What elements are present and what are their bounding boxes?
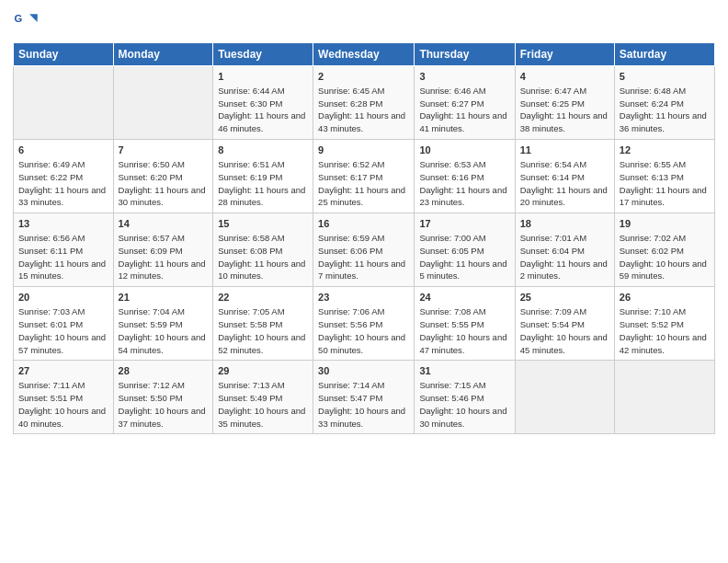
day-info: Sunrise: 6:49 AM Sunset: 6:22 PM Dayligh… <box>18 159 106 207</box>
day-number: 5 <box>620 70 710 84</box>
day-cell <box>14 66 114 140</box>
day-cell: 3Sunrise: 6:46 AM Sunset: 6:27 PM Daylig… <box>415 66 515 140</box>
day-cell: 17Sunrise: 7:00 AM Sunset: 6:05 PM Dayli… <box>415 213 515 287</box>
day-cell <box>515 361 614 434</box>
day-number: 29 <box>218 364 308 378</box>
day-number: 21 <box>119 291 209 304</box>
day-number: 8 <box>218 144 308 157</box>
day-info: Sunrise: 7:00 AM Sunset: 6:05 PM Dayligh… <box>419 233 506 281</box>
day-number: 28 <box>119 364 209 378</box>
day-info: Sunrise: 7:13 AM Sunset: 5:49 PM Dayligh… <box>218 380 305 428</box>
day-number: 1 <box>218 70 308 84</box>
week-row-5: 27Sunrise: 7:11 AM Sunset: 5:51 PM Dayli… <box>14 361 715 434</box>
day-number: 14 <box>119 217 209 231</box>
day-info: Sunrise: 7:12 AM Sunset: 5:50 PM Dayligh… <box>119 380 206 428</box>
day-number: 10 <box>419 144 509 157</box>
day-number: 22 <box>218 291 308 304</box>
day-number: 30 <box>318 364 409 378</box>
day-cell <box>614 361 714 434</box>
header: G <box>13 9 715 35</box>
day-number: 16 <box>318 217 409 231</box>
day-info: Sunrise: 6:50 AM Sunset: 6:20 PM Dayligh… <box>119 159 206 207</box>
day-info: Sunrise: 7:06 AM Sunset: 5:56 PM Dayligh… <box>318 306 405 354</box>
day-cell: 13Sunrise: 6:56 AM Sunset: 6:11 PM Dayli… <box>14 213 114 287</box>
day-header-friday: Friday <box>515 43 614 66</box>
day-info: Sunrise: 6:56 AM Sunset: 6:11 PM Dayligh… <box>18 233 106 281</box>
day-number: 15 <box>218 217 308 231</box>
day-info: Sunrise: 6:54 AM Sunset: 6:14 PM Dayligh… <box>520 159 608 207</box>
day-info: Sunrise: 6:53 AM Sunset: 6:16 PM Dayligh… <box>419 159 506 207</box>
logo-icon: G <box>13 9 39 35</box>
day-number: 23 <box>318 291 409 304</box>
day-cell: 29Sunrise: 7:13 AM Sunset: 5:49 PM Dayli… <box>213 361 313 434</box>
day-header-monday: Monday <box>113 43 213 66</box>
day-cell: 31Sunrise: 7:15 AM Sunset: 5:46 PM Dayli… <box>415 361 515 434</box>
day-number: 3 <box>419 70 509 84</box>
day-info: Sunrise: 6:57 AM Sunset: 6:09 PM Dayligh… <box>119 233 206 281</box>
week-row-1: 1Sunrise: 6:44 AM Sunset: 6:30 PM Daylig… <box>14 66 715 140</box>
day-cell: 25Sunrise: 7:09 AM Sunset: 5:54 PM Dayli… <box>515 287 614 361</box>
day-cell: 9Sunrise: 6:52 AM Sunset: 6:17 PM Daylig… <box>313 140 415 213</box>
day-cell: 18Sunrise: 7:01 AM Sunset: 6:04 PM Dayli… <box>515 213 614 287</box>
day-number: 9 <box>318 144 409 157</box>
day-info: Sunrise: 7:05 AM Sunset: 5:58 PM Dayligh… <box>218 306 305 354</box>
day-info: Sunrise: 7:03 AM Sunset: 6:01 PM Dayligh… <box>18 306 106 354</box>
calendar-body: 1Sunrise: 6:44 AM Sunset: 6:30 PM Daylig… <box>14 66 715 434</box>
day-cell: 14Sunrise: 6:57 AM Sunset: 6:09 PM Dayli… <box>113 213 213 287</box>
day-info: Sunrise: 7:02 AM Sunset: 6:02 PM Dayligh… <box>620 233 707 281</box>
day-info: Sunrise: 7:04 AM Sunset: 5:59 PM Dayligh… <box>119 306 206 354</box>
day-number: 2 <box>318 70 409 84</box>
day-cell: 24Sunrise: 7:08 AM Sunset: 5:55 PM Dayli… <box>415 287 515 361</box>
day-info: Sunrise: 6:55 AM Sunset: 6:13 PM Dayligh… <box>620 159 707 207</box>
day-info: Sunrise: 7:15 AM Sunset: 5:46 PM Dayligh… <box>419 380 506 428</box>
day-cell: 8Sunrise: 6:51 AM Sunset: 6:19 PM Daylig… <box>213 140 313 213</box>
week-row-2: 6Sunrise: 6:49 AM Sunset: 6:22 PM Daylig… <box>14 140 715 213</box>
day-number: 20 <box>18 291 108 304</box>
svg-text:G: G <box>14 13 22 24</box>
day-number: 19 <box>620 217 710 231</box>
day-number: 12 <box>620 144 710 157</box>
day-header-tuesday: Tuesday <box>213 43 313 66</box>
day-info: Sunrise: 6:58 AM Sunset: 6:08 PM Dayligh… <box>218 233 305 281</box>
day-cell: 4Sunrise: 6:47 AM Sunset: 6:25 PM Daylig… <box>515 66 614 140</box>
day-cell: 15Sunrise: 6:58 AM Sunset: 6:08 PM Dayli… <box>213 213 313 287</box>
day-cell: 19Sunrise: 7:02 AM Sunset: 6:02 PM Dayli… <box>614 213 714 287</box>
day-cell: 1Sunrise: 6:44 AM Sunset: 6:30 PM Daylig… <box>213 66 313 140</box>
day-info: Sunrise: 6:47 AM Sunset: 6:25 PM Dayligh… <box>520 86 608 133</box>
day-header-sunday: Sunday <box>14 43 114 66</box>
day-cell: 2Sunrise: 6:45 AM Sunset: 6:28 PM Daylig… <box>313 66 415 140</box>
day-number: 31 <box>419 364 509 378</box>
day-info: Sunrise: 6:51 AM Sunset: 6:19 PM Dayligh… <box>218 159 305 207</box>
day-number: 7 <box>119 144 209 157</box>
day-info: Sunrise: 7:09 AM Sunset: 5:54 PM Dayligh… <box>520 306 608 354</box>
day-number: 6 <box>18 144 108 157</box>
day-cell: 26Sunrise: 7:10 AM Sunset: 5:52 PM Dayli… <box>614 287 714 361</box>
day-info: Sunrise: 6:46 AM Sunset: 6:27 PM Dayligh… <box>419 86 506 133</box>
day-cell <box>113 66 213 140</box>
calendar-header-row: SundayMondayTuesdayWednesdayThursdayFrid… <box>14 43 715 66</box>
day-number: 4 <box>520 70 609 84</box>
day-number: 27 <box>18 364 108 378</box>
day-info: Sunrise: 6:59 AM Sunset: 6:06 PM Dayligh… <box>318 233 405 281</box>
day-info: Sunrise: 7:08 AM Sunset: 5:55 PM Dayligh… <box>419 306 506 354</box>
calendar-table: SundayMondayTuesdayWednesdayThursdayFrid… <box>13 42 715 434</box>
day-cell: 27Sunrise: 7:11 AM Sunset: 5:51 PM Dayli… <box>14 361 114 434</box>
day-cell: 22Sunrise: 7:05 AM Sunset: 5:58 PM Dayli… <box>213 287 313 361</box>
day-info: Sunrise: 6:44 AM Sunset: 6:30 PM Dayligh… <box>218 86 305 133</box>
logo: G <box>13 9 41 35</box>
day-info: Sunrise: 7:14 AM Sunset: 5:47 PM Dayligh… <box>318 380 405 428</box>
day-number: 24 <box>419 291 509 304</box>
day-info: Sunrise: 6:48 AM Sunset: 6:24 PM Dayligh… <box>620 86 707 133</box>
svg-marker-2 <box>29 15 37 22</box>
day-number: 11 <box>520 144 609 157</box>
calendar-page: G SundayMondayTuesdayWednesdayThursdayFr… <box>0 0 728 563</box>
day-cell: 16Sunrise: 6:59 AM Sunset: 6:06 PM Dayli… <box>313 213 415 287</box>
day-cell: 5Sunrise: 6:48 AM Sunset: 6:24 PM Daylig… <box>614 66 714 140</box>
day-info: Sunrise: 6:45 AM Sunset: 6:28 PM Dayligh… <box>318 86 405 133</box>
day-cell: 20Sunrise: 7:03 AM Sunset: 6:01 PM Dayli… <box>14 287 114 361</box>
day-number: 25 <box>520 291 609 304</box>
day-cell: 28Sunrise: 7:12 AM Sunset: 5:50 PM Dayli… <box>113 361 213 434</box>
day-number: 26 <box>620 291 710 304</box>
day-cell: 6Sunrise: 6:49 AM Sunset: 6:22 PM Daylig… <box>14 140 114 213</box>
day-info: Sunrise: 7:11 AM Sunset: 5:51 PM Dayligh… <box>18 380 106 428</box>
